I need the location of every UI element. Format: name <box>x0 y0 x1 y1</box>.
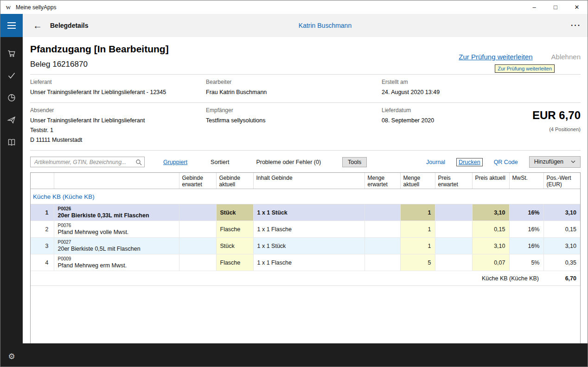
preis-aktuell-cell[interactable]: 3,10 <box>472 204 509 221</box>
user-name-link[interactable]: Katrin Buschmann <box>299 22 352 29</box>
col-header-gebinde-erwartet[interactable]: Gebinde erwartet <box>179 173 216 189</box>
cart-icon[interactable] <box>7 49 16 58</box>
total-amount: EUR 6,70 <box>498 109 581 122</box>
article-cell: P0027 20er Bierkiste 0,5L mit Flaschen <box>54 238 179 254</box>
article-cell: P0009 Pfand Mehrweg erm Mwst. <box>54 254 179 271</box>
gebinde-aktuell-cell[interactable]: Flasche <box>216 254 253 271</box>
document-title: Pfandzugang [In Bearbeitung] <box>30 44 169 55</box>
qr-code-link[interactable]: QR Code <box>494 159 518 165</box>
mwst-cell: 16% <box>509 221 543 238</box>
col-header-pos-wert[interactable]: Pos.-Wert (EUR) <box>543 173 580 189</box>
delivery-date-field: Lieferdatum 08. September 2020 <box>382 103 498 145</box>
menge-aktuell-cell[interactable]: 1 <box>400 204 435 221</box>
row-number: 3 <box>31 238 54 254</box>
items-table-container: Gebinde erwartet Gebinde aktuell Inhalt … <box>30 172 581 343</box>
group-total-row: Küche KB (Küche KB) 6,70 <box>31 271 580 286</box>
search-box <box>30 157 145 167</box>
search-input[interactable] <box>34 159 135 165</box>
preis-aktuell-cell[interactable]: 0,07 <box>472 254 509 271</box>
content-panel: Pfandzugang [In Bearbeitung] Beleg 16216… <box>23 37 588 343</box>
created-label: Erstellt am <box>382 79 581 85</box>
maximize-button[interactable]: □ <box>545 0 566 14</box>
group-header-row[interactable]: Küche KB (Küche KB) <box>31 189 580 204</box>
article-cell: P0026 20er Bierkiste 0,33L mit Flaschen <box>54 204 179 221</box>
gebinde-erwartet-cell <box>179 238 216 254</box>
journal-link[interactable]: Journal <box>426 159 445 165</box>
sender-label: Absender <box>30 107 206 114</box>
inhalt-gebinde-cell: 1 x 1 Stück <box>253 204 364 221</box>
recipient-value: Testfirma sellysolutions <box>206 116 382 126</box>
mwst-cell: 16% <box>509 204 543 221</box>
page-title: Belegdetails <box>50 22 88 29</box>
row-number: 4 <box>31 254 54 271</box>
add-dropdown-button[interactable]: Hinzufügen <box>529 156 581 168</box>
supplier-field: Lieferant Unser Trainingslieferant Ihr L… <box>30 75 206 97</box>
items-table: Gebinde erwartet Gebinde aktuell Inhalt … <box>31 173 580 286</box>
inhalt-gebinde-cell: 1 x 1 Stück <box>253 238 364 254</box>
mwst-cell: 16% <box>509 238 543 254</box>
sorted-toggle[interactable]: Sortiert <box>211 159 229 165</box>
col-header-preis-erwartet[interactable]: Preis erwartet <box>435 173 472 189</box>
settings-gear-icon[interactable]: ⚙ <box>7 352 16 361</box>
info-row-2: Absender Unser Trainingslieferant Ihr Li… <box>30 103 581 145</box>
sender-line-3: D 11111 Musterstadt <box>30 135 206 145</box>
editor-value: Frau Katrin Buschmann <box>206 88 382 97</box>
more-options-button[interactable]: ··· <box>571 21 581 30</box>
info-row-1: Lieferant Unser Trainingslieferant Ihr L… <box>30 75 581 97</box>
print-link[interactable]: Drucken <box>456 158 483 166</box>
book-icon[interactable] <box>7 138 16 147</box>
gebinde-erwartet-cell <box>179 204 216 221</box>
col-header-mwst[interactable]: MwSt. <box>509 173 543 189</box>
tools-button[interactable]: Tools <box>342 157 367 167</box>
menge-erwartet-cell <box>364 254 400 271</box>
delivery-date-label: Lieferdatum <box>382 107 498 114</box>
menge-aktuell-cell[interactable]: 1 <box>400 221 435 238</box>
add-button-label: Hinzufügen <box>534 158 563 165</box>
row-number: 1 <box>31 204 54 221</box>
table-row[interactable]: 1 P0026 20er Bierkiste 0,33L mit Flasche… <box>31 204 580 221</box>
gebinde-aktuell-cell[interactable]: Stück <box>216 204 253 221</box>
table-row[interactable]: 3 P0027 20er Bierkiste 0,5L mit Flaschen… <box>31 238 580 254</box>
table-row[interactable]: 2 P0076 Pfand Mehrweg volle Mwst. Flasch… <box>31 221 580 238</box>
menge-erwartet-cell <box>364 238 400 254</box>
col-header-inhalt-gebinde[interactable]: Inhalt Gebinde <box>253 173 364 189</box>
titlebar: W Meine sellyApps – □ ✕ <box>0 0 588 14</box>
col-header-preis-aktuell[interactable]: Preis aktuell <box>472 173 509 189</box>
table-row[interactable]: 4 P0009 Pfand Mehrweg erm Mwst. Flasche … <box>31 254 580 271</box>
hamburger-icon <box>7 22 16 23</box>
col-header-menge-aktuell[interactable]: Menge aktuell <box>400 173 435 189</box>
created-field: Erstellt am 24. August 2020 13:49 <box>382 75 581 97</box>
inhalt-gebinde-cell: 1 x 1 Flasche <box>253 221 364 238</box>
recipient-label: Empfänger <box>206 107 382 114</box>
chevron-down-icon <box>571 160 575 163</box>
col-header-menge-erwartet[interactable]: Menge erwartet <box>364 173 400 189</box>
minimize-button[interactable]: – <box>524 0 545 14</box>
menge-aktuell-cell[interactable]: 5 <box>400 254 435 271</box>
forward-for-review-link[interactable]: Zur Prüfung weiterleiten <box>459 53 532 61</box>
hamburger-menu-button[interactable] <box>0 14 23 37</box>
send-icon[interactable] <box>7 115 16 125</box>
group-total-value: 6,70 <box>543 271 580 286</box>
check-icon[interactable] <box>7 71 16 80</box>
toolbar-right: Journal Drucken QR Code Hinzufügen <box>426 156 581 168</box>
recipient-field: Empfänger Testfirma sellysolutions <box>206 103 382 145</box>
gebinde-aktuell-cell[interactable]: Flasche <box>216 221 253 238</box>
grouped-toggle[interactable]: Gruppiert <box>163 159 187 165</box>
problems-toggle[interactable]: Probleme oder Fehler (0) <box>256 159 321 165</box>
reject-link[interactable]: Ablehnen <box>551 53 581 61</box>
app-title: Meine sellyApps <box>16 4 56 11</box>
group-header-label: Küche KB (Küche KB) <box>31 189 580 204</box>
gebinde-aktuell-cell[interactable]: Stück <box>216 238 253 254</box>
preis-aktuell-cell[interactable]: 3,10 <box>472 238 509 254</box>
preis-aktuell-cell[interactable]: 0,15 <box>472 221 509 238</box>
supplier-label: Lieferant <box>30 79 206 85</box>
sender-field: Absender Unser Trainingslieferant Ihr Li… <box>30 103 206 145</box>
menge-aktuell-cell[interactable]: 1 <box>400 238 435 254</box>
preis-erwartet-cell <box>435 204 472 221</box>
back-button[interactable]: ← <box>33 21 42 30</box>
close-button[interactable]: ✕ <box>566 0 588 14</box>
supplier-value: Unser Trainingslieferant Ihr Lieblingsli… <box>30 88 206 97</box>
pie-chart-icon[interactable] <box>7 93 16 102</box>
search-icon <box>135 159 142 165</box>
col-header-gebinde-aktuell[interactable]: Gebinde aktuell <box>216 173 253 189</box>
